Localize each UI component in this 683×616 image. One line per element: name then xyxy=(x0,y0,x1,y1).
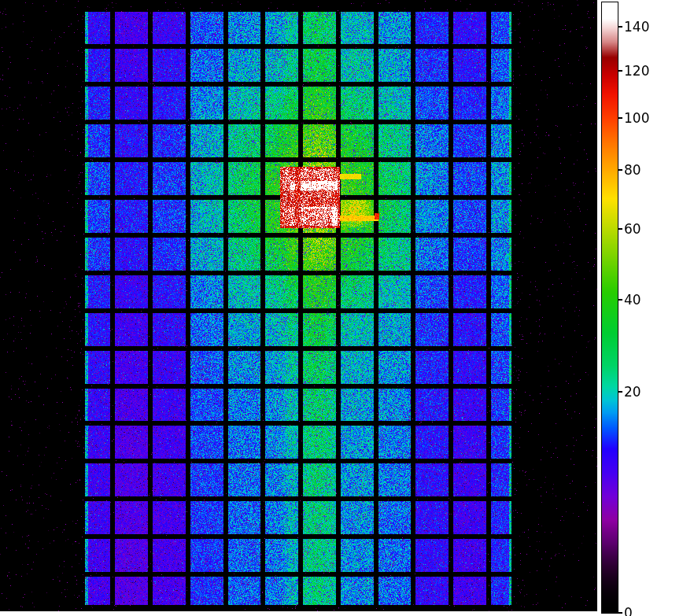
colorbar-tick-label: 100 xyxy=(624,112,649,125)
colorbar-tick-label: 20 xyxy=(624,385,641,399)
colorbar-tick-label: 120 xyxy=(624,65,649,78)
colorbar-tick-label: 140 xyxy=(624,20,649,34)
colorbar-tick-label: 40 xyxy=(624,293,641,307)
detector-heatmap-canvas xyxy=(0,0,683,616)
detector-image-figure: 140120100806040200 xyxy=(0,0,683,616)
colorbar-tick-label: 0 xyxy=(624,607,633,616)
colorbar-tick-label: 80 xyxy=(624,164,641,177)
colorbar-tick-label: 60 xyxy=(624,223,641,236)
